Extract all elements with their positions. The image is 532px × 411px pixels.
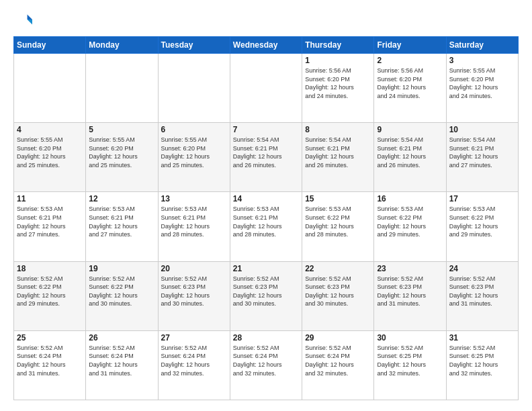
day-info: Sunrise: 5:52 AM Sunset: 6:24 PM Dayligh… xyxy=(17,344,83,377)
day-number: 9 xyxy=(377,125,443,134)
calendar-week-row: 25Sunrise: 5:52 AM Sunset: 6:24 PM Dayli… xyxy=(14,330,519,400)
day-info: Sunrise: 5:52 AM Sunset: 6:25 PM Dayligh… xyxy=(377,344,443,377)
calendar-cell: 6Sunrise: 5:55 AM Sunset: 6:20 PM Daylig… xyxy=(158,123,230,192)
day-number: 18 xyxy=(17,264,83,273)
day-number: 22 xyxy=(305,264,371,273)
svg-marker-1 xyxy=(28,19,32,24)
calendar-cell: 19Sunrise: 5:52 AM Sunset: 6:22 PM Dayli… xyxy=(86,261,158,330)
calendar-cell: 29Sunrise: 5:52 AM Sunset: 6:24 PM Dayli… xyxy=(302,330,374,400)
calendar-cell xyxy=(158,54,230,123)
calendar-cell: 2Sunrise: 5:56 AM Sunset: 6:20 PM Daylig… xyxy=(374,54,446,123)
day-info: Sunrise: 5:52 AM Sunset: 6:24 PM Dayligh… xyxy=(161,344,227,377)
day-info: Sunrise: 5:54 AM Sunset: 6:21 PM Dayligh… xyxy=(449,136,515,169)
day-number: 10 xyxy=(449,125,515,134)
day-info: Sunrise: 5:55 AM Sunset: 6:20 PM Dayligh… xyxy=(161,136,227,169)
day-number: 20 xyxy=(161,264,227,273)
day-info: Sunrise: 5:56 AM Sunset: 6:20 PM Dayligh… xyxy=(305,66,371,100)
calendar-cell: 25Sunrise: 5:52 AM Sunset: 6:24 PM Dayli… xyxy=(14,330,86,400)
calendar-cell: 15Sunrise: 5:53 AM Sunset: 6:22 PM Dayli… xyxy=(302,192,374,261)
calendar-cell: 13Sunrise: 5:53 AM Sunset: 6:21 PM Dayli… xyxy=(158,192,230,261)
day-info: Sunrise: 5:53 AM Sunset: 6:22 PM Dayligh… xyxy=(449,205,515,238)
calendar-cell: 17Sunrise: 5:53 AM Sunset: 6:22 PM Dayli… xyxy=(446,192,518,261)
calendar-cell: 1Sunrise: 5:56 AM Sunset: 6:20 PM Daylig… xyxy=(302,54,374,123)
calendar-cell: 23Sunrise: 5:52 AM Sunset: 6:23 PM Dayli… xyxy=(374,261,446,330)
calendar-cell: 24Sunrise: 5:52 AM Sunset: 6:23 PM Dayli… xyxy=(446,261,518,330)
logo xyxy=(13,11,35,30)
day-number: 5 xyxy=(89,125,154,134)
weekday-header: Saturday xyxy=(446,37,518,54)
day-info: Sunrise: 5:52 AM Sunset: 6:22 PM Dayligh… xyxy=(89,275,154,308)
calendar-cell: 26Sunrise: 5:52 AM Sunset: 6:24 PM Dayli… xyxy=(86,330,158,400)
calendar-table: SundayMondayTuesdayWednesdayThursdayFrid… xyxy=(13,36,519,400)
day-info: Sunrise: 5:52 AM Sunset: 6:23 PM Dayligh… xyxy=(305,275,371,308)
day-info: Sunrise: 5:55 AM Sunset: 6:20 PM Dayligh… xyxy=(17,136,83,169)
day-number: 1 xyxy=(305,56,371,65)
calendar-cell: 10Sunrise: 5:54 AM Sunset: 6:21 PM Dayli… xyxy=(446,123,518,192)
day-info: Sunrise: 5:54 AM Sunset: 6:21 PM Dayligh… xyxy=(233,136,299,169)
calendar-cell: 21Sunrise: 5:52 AM Sunset: 6:23 PM Dayli… xyxy=(230,261,302,330)
calendar-cell: 5Sunrise: 5:55 AM Sunset: 6:20 PM Daylig… xyxy=(86,123,158,192)
day-number: 29 xyxy=(305,333,371,342)
calendar-cell: 4Sunrise: 5:55 AM Sunset: 6:20 PM Daylig… xyxy=(14,123,86,192)
day-number: 24 xyxy=(449,264,515,273)
day-number: 26 xyxy=(89,333,154,342)
weekday-header: Wednesday xyxy=(230,37,302,54)
weekday-header: Tuesday xyxy=(158,37,230,54)
day-info: Sunrise: 5:53 AM Sunset: 6:21 PM Dayligh… xyxy=(161,205,227,238)
day-info: Sunrise: 5:52 AM Sunset: 6:24 PM Dayligh… xyxy=(89,344,154,377)
calendar-cell: 9Sunrise: 5:54 AM Sunset: 6:21 PM Daylig… xyxy=(374,123,446,192)
weekday-header: Thursday xyxy=(302,37,374,54)
day-info: Sunrise: 5:55 AM Sunset: 6:20 PM Dayligh… xyxy=(449,66,515,100)
day-info: Sunrise: 5:53 AM Sunset: 6:21 PM Dayligh… xyxy=(17,205,83,238)
calendar-cell: 18Sunrise: 5:52 AM Sunset: 6:22 PM Dayli… xyxy=(14,261,86,330)
calendar-cell: 28Sunrise: 5:52 AM Sunset: 6:24 PM Dayli… xyxy=(230,330,302,400)
day-number: 4 xyxy=(17,125,83,134)
day-info: Sunrise: 5:52 AM Sunset: 6:25 PM Dayligh… xyxy=(449,344,515,377)
day-info: Sunrise: 5:52 AM Sunset: 6:23 PM Dayligh… xyxy=(449,275,515,308)
day-info: Sunrise: 5:55 AM Sunset: 6:20 PM Dayligh… xyxy=(89,136,154,169)
calendar-cell: 7Sunrise: 5:54 AM Sunset: 6:21 PM Daylig… xyxy=(230,123,302,192)
day-info: Sunrise: 5:52 AM Sunset: 6:23 PM Dayligh… xyxy=(377,275,443,308)
calendar-cell: 12Sunrise: 5:53 AM Sunset: 6:21 PM Dayli… xyxy=(86,192,158,261)
page: SundayMondayTuesdayWednesdayThursdayFrid… xyxy=(0,0,532,411)
day-number: 27 xyxy=(161,333,227,342)
weekday-header: Sunday xyxy=(14,37,86,54)
weekday-header: Monday xyxy=(86,37,158,54)
day-number: 30 xyxy=(377,333,443,342)
day-info: Sunrise: 5:53 AM Sunset: 6:22 PM Dayligh… xyxy=(305,205,371,238)
day-info: Sunrise: 5:52 AM Sunset: 6:24 PM Dayligh… xyxy=(305,344,371,377)
day-number: 14 xyxy=(233,194,299,203)
day-number: 7 xyxy=(233,125,299,134)
calendar-cell: 20Sunrise: 5:52 AM Sunset: 6:23 PM Dayli… xyxy=(158,261,230,330)
calendar-cell: 22Sunrise: 5:52 AM Sunset: 6:23 PM Dayli… xyxy=(302,261,374,330)
day-info: Sunrise: 5:52 AM Sunset: 6:23 PM Dayligh… xyxy=(161,275,227,308)
calendar-cell: 30Sunrise: 5:52 AM Sunset: 6:25 PM Dayli… xyxy=(374,330,446,400)
day-number: 12 xyxy=(89,194,154,203)
logo-icon xyxy=(13,11,32,30)
weekday-header: Friday xyxy=(374,37,446,54)
day-info: Sunrise: 5:56 AM Sunset: 6:20 PM Dayligh… xyxy=(377,66,443,100)
calendar-header-row: SundayMondayTuesdayWednesdayThursdayFrid… xyxy=(14,37,519,54)
day-info: Sunrise: 5:54 AM Sunset: 6:21 PM Dayligh… xyxy=(305,136,371,169)
svg-marker-0 xyxy=(28,15,32,19)
day-number: 31 xyxy=(449,333,515,342)
calendar-week-row: 11Sunrise: 5:53 AM Sunset: 6:21 PM Dayli… xyxy=(14,192,519,261)
day-info: Sunrise: 5:53 AM Sunset: 6:22 PM Dayligh… xyxy=(377,205,443,238)
day-number: 21 xyxy=(233,264,299,273)
calendar-cell xyxy=(14,54,86,123)
day-info: Sunrise: 5:53 AM Sunset: 6:21 PM Dayligh… xyxy=(233,205,299,238)
day-number: 13 xyxy=(161,194,227,203)
day-number: 3 xyxy=(449,56,515,65)
day-number: 8 xyxy=(305,125,371,134)
day-number: 17 xyxy=(449,194,515,203)
calendar-cell: 16Sunrise: 5:53 AM Sunset: 6:22 PM Dayli… xyxy=(374,192,446,261)
day-number: 11 xyxy=(17,194,83,203)
day-number: 2 xyxy=(377,56,443,65)
day-number: 19 xyxy=(89,264,154,273)
calendar-week-row: 1Sunrise: 5:56 AM Sunset: 6:20 PM Daylig… xyxy=(14,54,519,123)
day-info: Sunrise: 5:52 AM Sunset: 6:22 PM Dayligh… xyxy=(17,275,83,308)
calendar-cell: 11Sunrise: 5:53 AM Sunset: 6:21 PM Dayli… xyxy=(14,192,86,261)
header xyxy=(13,11,519,30)
calendar-week-row: 18Sunrise: 5:52 AM Sunset: 6:22 PM Dayli… xyxy=(14,261,519,330)
day-info: Sunrise: 5:52 AM Sunset: 6:23 PM Dayligh… xyxy=(233,275,299,308)
